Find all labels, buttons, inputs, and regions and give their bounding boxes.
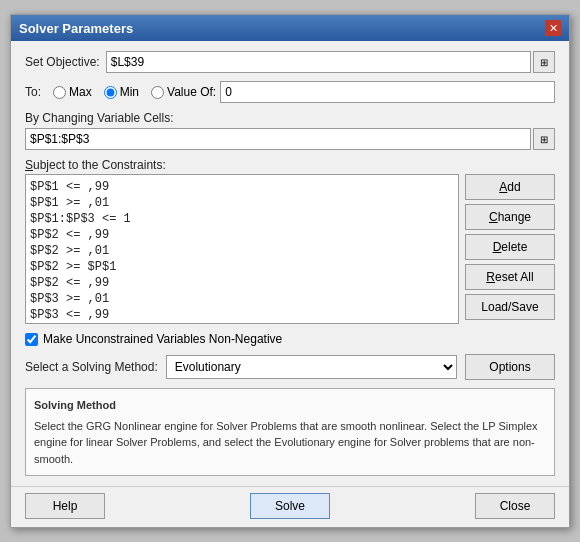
constraints-list[interactable]: $P$1 <= ,99$P$1 >= ,01$P$1:$P$3 <= 1$P$2… <box>25 174 459 324</box>
dialog-content: Set Objective: ⊞ To: Max Min <box>11 41 569 486</box>
value-of-input[interactable] <box>220 81 555 103</box>
list-item: $P$1 <= ,99 <box>30 179 454 195</box>
close-dialog-button[interactable]: Close <box>475 493 555 519</box>
list-item: $P$2 <= ,99 <box>30 275 454 291</box>
solving-method-select[interactable]: GRG NonlinearSimplex LPEvolutionary <box>166 355 457 379</box>
objective-label: Set Objective: <box>25 55 100 69</box>
solving-method-label: Select a Solving Method: <box>25 360 158 374</box>
objective-row: Set Objective: ⊞ <box>25 51 555 73</box>
max-radio[interactable] <box>53 86 66 99</box>
solving-method-box-title: Solving Method <box>34 397 546 414</box>
reset-all-button[interactable]: Reset All <box>465 264 555 290</box>
variable-cells-cell-ref-button[interactable]: ⊞ <box>533 128 555 150</box>
to-label: To: <box>25 85 41 99</box>
solving-method-box: Solving Method Select the GRG Nonlinear … <box>25 388 555 476</box>
min-radio[interactable] <box>104 86 117 99</box>
solving-method-box-description: Select the GRG Nonlinear engine for Solv… <box>34 418 546 468</box>
constraints-section: Subject to the Constraints: $P$1 <= ,99$… <box>25 158 555 324</box>
bottom-buttons: Help Solve Close <box>11 486 569 527</box>
list-item: $P$3 <= ,99 <box>30 307 454 323</box>
solve-button[interactable]: Solve <box>250 493 330 519</box>
min-label: Min <box>120 85 139 99</box>
list-item: $P$3 >= ,01 <box>30 291 454 307</box>
variable-cells-input[interactable] <box>25 128 531 150</box>
change-button[interactable]: Change <box>465 204 555 230</box>
constraints-area: $P$1 <= ,99$P$1 >= ,01$P$1:$P$3 <= 1$P$2… <box>25 174 555 324</box>
max-label: Max <box>69 85 92 99</box>
list-item: $P$2 >= ,01 <box>30 243 454 259</box>
variable-cells-row: ⊞ <box>25 128 555 150</box>
variable-cells-input-group: ⊞ <box>25 128 555 150</box>
constraints-label: Subject to the Constraints: <box>25 158 555 172</box>
list-item: $P$3 >= $P$2 <box>30 323 454 324</box>
solver-parameters-dialog: Solver Parameters ✕ Set Objective: ⊞ To:… <box>10 14 570 528</box>
list-item: $P$2 <= ,99 <box>30 227 454 243</box>
unconstrained-row: Make Unconstrained Variables Non-Negativ… <box>25 332 555 346</box>
unconstrained-checkbox[interactable] <box>25 333 38 346</box>
delete-button[interactable]: Delete <box>465 234 555 260</box>
to-row: To: Max Min Value Of: <box>25 81 555 103</box>
to-radio-group: Max Min <box>53 85 139 99</box>
max-radio-label[interactable]: Max <box>53 85 92 99</box>
valueof-radio-label[interactable]: Value Of: <box>151 85 216 99</box>
objective-cell-ref-button[interactable]: ⊞ <box>533 51 555 73</box>
add-button[interactable]: Add <box>465 174 555 200</box>
variable-cells-section: By Changing Variable Cells: ⊞ <box>25 111 555 150</box>
min-radio-label[interactable]: Min <box>104 85 139 99</box>
unconstrained-label: Make Unconstrained Variables Non-Negativ… <box>43 332 282 346</box>
value-of-group: Value Of: <box>151 81 555 103</box>
load-save-button[interactable]: Load/Save <box>465 294 555 320</box>
valueof-label: Value Of: <box>167 85 216 99</box>
close-icon[interactable]: ✕ <box>545 20 561 36</box>
options-button[interactable]: Options <box>465 354 555 380</box>
side-buttons: Add Change Delete Reset All Load/Save <box>465 174 555 324</box>
list-item: $P$1:$P$3 <= 1 <box>30 211 454 227</box>
title-bar: Solver Parameters ✕ <box>11 15 569 41</box>
objective-input[interactable] <box>106 51 531 73</box>
objective-input-group: ⊞ <box>106 51 555 73</box>
valueof-radio[interactable] <box>151 86 164 99</box>
dialog-title: Solver Parameters <box>19 21 133 36</box>
list-item: $P$1 >= ,01 <box>30 195 454 211</box>
help-button[interactable]: Help <box>25 493 105 519</box>
list-item: $P$2 >= $P$1 <box>30 259 454 275</box>
solving-method-row: Select a Solving Method: GRG NonlinearSi… <box>25 354 555 380</box>
variable-cells-label: By Changing Variable Cells: <box>25 111 555 125</box>
